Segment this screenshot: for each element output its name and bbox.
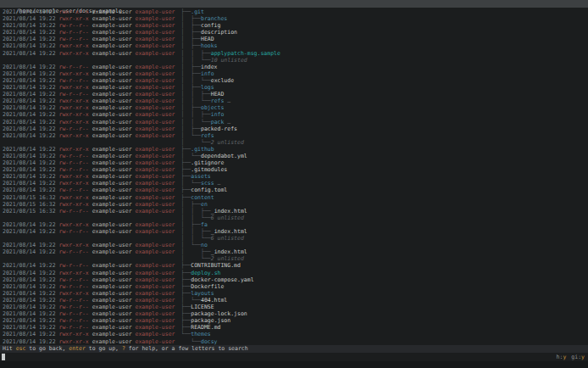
tree-branch: ├──layouts <box>180 290 214 297</box>
tree-row[interactable]: 2021/08/14 19:22rw-r--r--example-userexa… <box>3 310 588 317</box>
tree-row[interactable]: 2021/08/14 19:22rw-r--r--example-userexa… <box>3 228 588 235</box>
tree-branch: ├──.git <box>180 8 203 15</box>
tree-row[interactable]: 2021/08/14 19:22rwxr-xr-xexample-userexa… <box>3 270 588 276</box>
tree-branch: ├──package-lock.json <box>180 310 247 317</box>
tree-row[interactable]: 2021/08/14 19:22rw-r--r--example-userexa… <box>3 36 588 42</box>
tree-row[interactable]: │ │ └──6 unlisted <box>3 215 588 221</box>
branch-lines: ├── <box>180 270 191 276</box>
owner: example-user <box>92 194 136 201</box>
branch-lines: │ └── <box>180 139 210 146</box>
owner: example-user <box>92 242 136 248</box>
tree-row[interactable]: 2021/08/14 19:22rwxr-xr-xexample-userexa… <box>3 84 588 91</box>
tree-row[interactable]: 2021/08/15 16:32rw-r--r--example-userexa… <box>3 208 588 215</box>
tree-row[interactable]: 2021/08/14 19:22rwxr-xr-xexample-userexa… <box>3 290 588 297</box>
file-metadata: 2021/08/14 19:22rw-r--r--example-userexa… <box>3 276 175 283</box>
permissions: rw-r--r-- <box>59 317 92 324</box>
tree-row[interactable]: 2021/08/14 19:22rwxr-xr-xexample-userexa… <box>3 111 588 118</box>
tree-row[interactable]: 2021/08/14 19:22rw-r--r--example-userexa… <box>3 153 588 159</box>
status-text: for help, or a few letters to search <box>125 345 248 352</box>
tree-row[interactable]: 2021/08/14 19:22rwxr-xr-xexample-userexa… <box>3 104 588 111</box>
truncation-ellipsis: … <box>224 119 230 125</box>
tree-row[interactable]: 2021/08/14 19:22rwxr-xr-xexample-userexa… <box>3 146 588 153</box>
tree-branch: │ ├──description <box>180 29 237 36</box>
tree-row[interactable]: 2021/08/15 16:32rwxr-xr-xexample-userexa… <box>3 201 588 208</box>
tree-row[interactable]: 2021/08/14 19:22rwxr-xr-xexample-userexa… <box>3 42 588 49</box>
tree-row[interactable]: 2021/08/14 19:22rwxr-xr-xexample-userexa… <box>3 70 588 77</box>
tree-row[interactable]: 2021/08/14 19:22rwxr-xr-xexample-userexa… <box>3 119 588 125</box>
branch-lines: ├── <box>180 173 191 180</box>
file-metadata: 2021/08/14 19:22rwxr-xr-xexample-userexa… <box>3 180 175 187</box>
tree-row[interactable]: 2021/08/14 19:22rwxr-xr-xexample-userexa… <box>3 180 588 187</box>
modified-date: 2021/08/14 19:22 <box>3 304 59 310</box>
tree-row[interactable]: │ └──2 unlisted <box>3 255 588 262</box>
branch-lines: ├── <box>180 290 191 297</box>
tree-row[interactable]: 2021/08/14 19:22rw-r--r--example-userexa… <box>3 248 588 255</box>
entry-name: applypatch-msg.sample <box>211 50 280 57</box>
entry-name: 404.html <box>201 297 227 304</box>
tree-row[interactable]: │ └──2 unlisted <box>3 139 588 146</box>
tree-row[interactable]: 2021/08/14 19:22rwxr-xr-xexample-userexa… <box>3 50 588 57</box>
tree-branch: │ ├──logs <box>180 84 214 91</box>
branch-lines: │ ├── <box>180 36 200 42</box>
status-bar: Hit esc to go back, enter to go up, ? fo… <box>0 345 588 354</box>
modified-date: 2021/08/14 19:22 <box>3 125 59 132</box>
tree-branch: │ ├──branches <box>180 15 227 22</box>
tree-row[interactable]: 2021/08/14 19:22rwxr-xr-xexample-userexa… <box>3 338 588 345</box>
path-bar[interactable]: /home/example-user/docsy-example <box>0 0 588 8</box>
branch-lines: │ └── <box>180 180 200 187</box>
file-metadata: 2021/08/15 16:32rwxr-xr-xexample-userexa… <box>3 201 175 208</box>
tree-row[interactable]: 2021/08/14 19:22rwxr-xr-xexample-userexa… <box>3 331 588 337</box>
tree-branch: │ │ └──10 unlisted <box>180 57 247 64</box>
tree-row[interactable]: 2021/08/14 19:22rw-r--r--example-userexa… <box>3 317 588 324</box>
tree-row[interactable]: 2021/08/14 19:22rw-r--r--example-userexa… <box>3 166 588 173</box>
tree-row[interactable]: │ │ └──10 unlisted <box>3 57 588 64</box>
tree-row[interactable]: 2021/08/14 19:22rwxr-xr-xexample-userexa… <box>3 15 588 22</box>
modified-date: 2021/08/14 19:22 <box>3 50 59 57</box>
tree-row[interactable]: 2021/08/14 19:22rwxr-xr-xexample-userexa… <box>3 221 588 228</box>
owner: example-user <box>92 8 136 15</box>
tree-row[interactable]: 2021/08/14 19:22rwxr-xr-xexample-userexa… <box>3 132 588 139</box>
tree-row[interactable]: 2021/08/14 19:22rw-r--r--example-userexa… <box>3 159 588 166</box>
tree-row[interactable]: 2021/08/14 19:22rw-r--r--example-userexa… <box>3 304 588 310</box>
tree-row[interactable]: 2021/08/15 16:32rwxr-xr-xexample-userexa… <box>3 194 588 201</box>
file-metadata: 2021/08/14 19:22rw-r--r--example-userexa… <box>3 324 175 331</box>
branch-lines: │ ├── <box>180 104 200 111</box>
permissions: rw-r--r-- <box>59 125 92 132</box>
entry-name: exclude <box>211 77 234 84</box>
file-metadata <box>3 255 175 262</box>
tree-row[interactable]: 2021/08/14 19:22rw-r--r--example-userexa… <box>3 297 588 304</box>
group: example-user <box>136 70 175 77</box>
tree-row[interactable]: 2021/08/14 19:22rw-r--r--example-userexa… <box>3 283 588 290</box>
tree-row[interactable]: 2021/08/14 19:22rwxr-xr-xexample-userexa… <box>3 8 588 15</box>
tree-row[interactable]: 2021/08/14 19:22rwxr-xr-xexample-userexa… <box>3 242 588 248</box>
tree-branch: ├──content <box>180 194 214 201</box>
tree-row[interactable]: 2021/08/14 19:22rw-r--r--example-userexa… <box>3 276 588 283</box>
tree-branch: ├──deploy.sh <box>180 270 220 276</box>
modified-date: 2021/08/14 19:22 <box>3 324 59 331</box>
tree-row[interactable]: 2021/08/14 19:22rw-r--r--example-userexa… <box>3 324 588 331</box>
file-metadata: 2021/08/14 19:22rw-r--r--example-userexa… <box>3 166 175 173</box>
tree-row[interactable]: 2021/08/14 19:22rw-r--r--example-userexa… <box>3 91 588 98</box>
entry-name: package-lock.json <box>191 310 247 317</box>
tree-branch: │ │ ├──applypatch-msg.sample <box>180 50 280 57</box>
tree-row[interactable]: 2021/08/14 19:22rw-r--r--example-userexa… <box>3 64 588 70</box>
modified-date: 2021/08/14 19:22 <box>3 276 59 283</box>
tree-row[interactable]: 2021/08/14 19:22rw-r--r--example-userexa… <box>3 22 588 29</box>
tree-row[interactable]: 2021/08/14 19:22rwxr-xr-xexample-userexa… <box>3 98 588 104</box>
file-metadata: 2021/08/14 19:22rw-r--r--example-userexa… <box>3 248 175 255</box>
tree-row[interactable]: 2021/08/14 19:22rw-r--r--example-userexa… <box>3 125 588 132</box>
tree-row[interactable]: 2021/08/14 19:22rw-r--r--example-userexa… <box>3 77 588 84</box>
tree-row[interactable]: 2021/08/14 19:22rwxr-xr-xexample-userexa… <box>3 173 588 180</box>
modified-date: 2021/08/14 19:22 <box>3 317 59 324</box>
tree-row[interactable]: 2021/08/14 19:22rw-r--r--example-userexa… <box>3 187 588 193</box>
tree-row[interactable]: │ │ └──6 unlisted <box>3 235 588 242</box>
entry-name: .github <box>191 146 214 153</box>
owner: example-user <box>92 146 136 153</box>
owner: example-user <box>92 338 136 345</box>
group: example-user <box>136 228 175 235</box>
search-input-line[interactable]: h:ygi:y <box>0 353 588 361</box>
tree-row[interactable]: 2021/08/14 19:22rw-r--r--example-userexa… <box>3 29 588 36</box>
tree-row[interactable]: 2021/08/14 19:22rw-r--r--example-userexa… <box>3 262 588 269</box>
file-metadata: 2021/08/14 19:22rwxr-xr-xexample-userexa… <box>3 173 175 180</box>
tree-branch: │ ├──hooks <box>180 42 217 49</box>
